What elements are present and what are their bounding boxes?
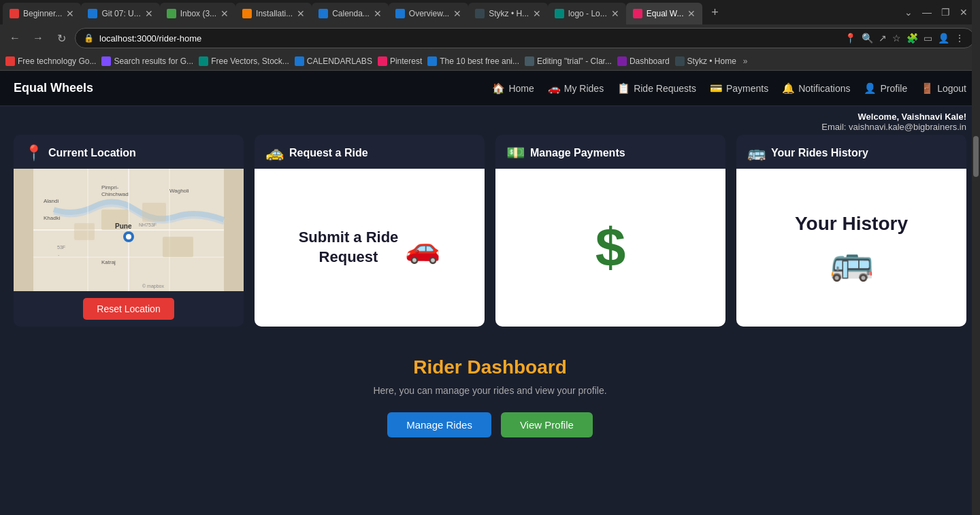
bk6-favicon: [427, 56, 437, 66]
page-scrollbar[interactable]: [972, 0, 980, 515]
share-icon[interactable]: ↗: [877, 31, 888, 45]
bk3-label: Free Vectors, Stock...: [211, 56, 289, 66]
tab-3[interactable]: Inbox (3... ✕: [160, 3, 235, 24]
location-icon[interactable]: 📍: [843, 31, 858, 45]
svg-text:53F: 53F: [57, 245, 65, 250]
bk3-favicon: [199, 56, 208, 66]
rides-history-card[interactable]: 🚌 Your Rides History Your History 🚌: [736, 135, 966, 327]
split-view-icon[interactable]: ▭: [922, 31, 934, 45]
view-profile-button[interactable]: View Profile: [501, 412, 593, 437]
current-location-header: 📍 Current Location: [14, 135, 244, 169]
bookmark-1[interactable]: Free technology Go...: [5, 56, 96, 66]
tab-7[interactable]: Stykz • H... ✕: [468, 3, 548, 24]
window-minimize[interactable]: —: [918, 5, 936, 19]
tab1-favicon: [10, 9, 19, 18]
manage-rides-button[interactable]: Manage Rides: [387, 412, 491, 437]
tab-9-active[interactable]: Equal W... ✕: [626, 3, 703, 24]
profile-avatar[interactable]: 👤: [936, 31, 951, 45]
tab-4[interactable]: Installati... ✕: [235, 3, 312, 24]
bk5-favicon: [378, 56, 387, 66]
manage-payments-card[interactable]: 💵 Manage Payments $: [495, 135, 725, 327]
window-restore[interactable]: ❐: [937, 5, 954, 19]
location-pin-icon: 📍: [24, 144, 43, 162]
forward-button[interactable]: →: [29, 29, 48, 48]
bk7-label: Editing "trial" - Clar...: [537, 56, 612, 66]
back-button[interactable]: ←: [5, 29, 24, 48]
search-icon[interactable]: 🔍: [860, 31, 875, 45]
rides-history-body[interactable]: Your History 🚌: [736, 169, 966, 327]
tab-5[interactable]: Calenda... ✕: [312, 3, 389, 24]
svg-text:NH753F: NH753F: [139, 222, 157, 227]
nav-home[interactable]: 🏠 Home: [492, 82, 534, 95]
clipboard-icon: 📋: [617, 82, 630, 95]
bookmark-8[interactable]: Dashboard: [617, 56, 670, 66]
svg-rect-8: [142, 203, 166, 222]
nav-home-label: Home: [508, 83, 534, 94]
taxi-icon: 🚕: [265, 144, 284, 162]
address-bar-row: ← → ↻ 🔒 localhost:3000/rider-home 📍 🔍 ↗ …: [0, 24, 980, 52]
nav-payments[interactable]: 💳 Payments: [710, 82, 768, 95]
tab9-close[interactable]: ✕: [687, 8, 696, 19]
bookmark-6[interactable]: The 10 best free ani...: [427, 56, 519, 66]
svg-text:© mapbox: © mapbox: [142, 284, 165, 289]
scrollbar-thumb[interactable]: [973, 136, 979, 177]
bookmarks-more[interactable]: »: [743, 56, 748, 66]
bus-header-icon: 🚌: [747, 144, 766, 162]
manage-payments-body[interactable]: $: [495, 169, 725, 327]
tab-2[interactable]: Git 07: U... ✕: [81, 3, 159, 24]
svg-text:Pune: Pune: [115, 222, 132, 230]
nav-profile[interactable]: 👤 Profile: [864, 82, 907, 95]
refresh-button[interactable]: ↻: [52, 29, 71, 48]
tab8-close[interactable]: ✕: [611, 8, 619, 19]
nav-my-rides[interactable]: 🚗 My Rides: [548, 82, 604, 95]
bookmark-4[interactable]: CALENDARLABS: [295, 56, 372, 66]
bookmark-9[interactable]: Stykz • Home: [675, 56, 736, 66]
person-icon: 👤: [864, 82, 877, 95]
red-car-icon: 🚗: [405, 231, 440, 265]
nav-notifications[interactable]: 🔔 Notifications: [782, 82, 850, 95]
tab-1[interactable]: Beginner... ✕: [3, 3, 81, 24]
bk5-label: Pinterest: [390, 56, 422, 66]
current-location-title: Current Location: [48, 147, 136, 159]
address-bar[interactable]: 🔒 localhost:3000/rider-home 📍 🔍 ↗ ☆ 🧩 ▭ …: [75, 28, 975, 48]
tab6-close[interactable]: ✕: [453, 8, 461, 19]
url-text: localhost:3000/rider-home: [99, 33, 201, 44]
nav-logout[interactable]: 🚪 Logout: [921, 82, 966, 95]
bk4-favicon: [295, 56, 304, 66]
nav-notifications-label: Notifications: [798, 83, 850, 94]
tab5-favicon: [318, 9, 328, 18]
request-ride-card[interactable]: 🚕 Request a Ride Submit a Ride Request 🚗: [255, 135, 485, 327]
bk4-label: CALENDARLABS: [307, 56, 372, 66]
nav-ride-requests[interactable]: 📋 Ride Requests: [617, 82, 696, 95]
svg-text:Khadki: Khadki: [44, 215, 61, 221]
window-close[interactable]: ✕: [956, 5, 972, 19]
tab3-close[interactable]: ✕: [220, 8, 229, 19]
svg-point-21: [126, 234, 131, 239]
reset-location-button[interactable]: Reset Location: [83, 298, 174, 320]
map-container: Pimpri- Chinchwad Wagholi Alandi Khadki …: [14, 169, 244, 291]
address-bar-actions: 📍 🔍 ↗ ☆ 🧩 ▭ 👤 ⋮: [843, 31, 966, 45]
tab-6[interactable]: Overview... ✕: [389, 3, 468, 24]
tab4-close[interactable]: ✕: [297, 8, 305, 19]
bookmark-5[interactable]: Pinterest: [378, 56, 422, 66]
new-tab-button[interactable]: +: [705, 3, 724, 22]
tab7-close[interactable]: ✕: [533, 8, 541, 19]
bookmark-3[interactable]: Free Vectors, Stock...: [199, 56, 289, 66]
tab2-close[interactable]: ✕: [145, 8, 153, 19]
nav-my-rides-label: My Rides: [564, 83, 604, 94]
tab5-close[interactable]: ✕: [374, 8, 382, 19]
tab-scroll-left[interactable]: ⌄: [900, 5, 917, 19]
bookmark-icon[interactable]: ☆: [891, 31, 902, 45]
bk8-label: Dashboard: [630, 56, 670, 66]
tab9-label: Equal W...: [647, 9, 684, 18]
bk8-favicon: [617, 56, 627, 66]
menu-icon[interactable]: ⋮: [953, 31, 966, 45]
tab1-close[interactable]: ✕: [66, 8, 74, 19]
dashboard-subtitle: Here, you can manage your rides and view…: [14, 385, 966, 396]
bookmarks-bar: Free technology Go... Search results for…: [0, 52, 980, 71]
request-ride-body[interactable]: Submit a Ride Request 🚗: [255, 169, 485, 327]
bookmark-7[interactable]: Editing "trial" - Clar...: [525, 56, 612, 66]
extensions-icon[interactable]: 🧩: [905, 31, 919, 45]
bookmark-2[interactable]: Search results for G...: [101, 56, 193, 66]
tab-8[interactable]: logo - Lo... ✕: [548, 3, 626, 24]
